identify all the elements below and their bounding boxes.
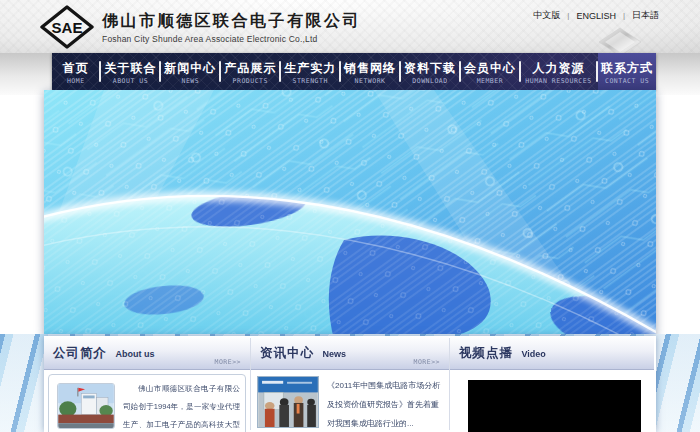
language-switcher: 中文版 | ENGLISH | 日本語 bbox=[526, 9, 666, 22]
circuit-globe-banner-image bbox=[44, 90, 656, 334]
about-more-link[interactable]: MORE>> bbox=[215, 358, 241, 366]
about-section-header: 公司简介 About us MORE>> bbox=[44, 336, 250, 370]
about-text: 佛山市顺德区联合电子有限公司始创于1994年，是一家专业代理生产、加工电子产品的… bbox=[123, 380, 240, 432]
news-title-zh: 资讯中心 bbox=[260, 346, 314, 360]
nav-news[interactable]: 新闻中心 NEWS bbox=[161, 53, 219, 90]
company-building-photo bbox=[57, 383, 115, 429]
hero-banner bbox=[44, 90, 656, 334]
lang-japanese-link[interactable]: 日本語 bbox=[625, 9, 666, 22]
nav-network[interactable]: 销售网络 NETWORK bbox=[341, 53, 399, 90]
video-section: 视频点播 Video bbox=[450, 336, 654, 432]
lang-english-link[interactable]: ENGLISH bbox=[569, 11, 623, 21]
logo-block[interactable]: SAE 佛山市顺德区联合电子有限公司 Foshan City Shunde Ar… bbox=[40, 5, 361, 49]
nav-download[interactable]: 资料下载 DOWNLOAD bbox=[401, 53, 459, 90]
about-content-box: 佛山市顺德区联合电子有限公司始创于1994年，是一家专业代理生产、加工电子产品的… bbox=[48, 374, 246, 432]
news-more-link[interactable]: MORE>> bbox=[414, 358, 440, 366]
nav-products[interactable]: 产品展示 PRODUCTS bbox=[221, 53, 279, 90]
news-headline-link[interactable]: 《2011年中国集成电路市场分析及投资价值研究报告》首先着重对我国集成电路行业的… bbox=[327, 376, 445, 432]
news-title-en: News bbox=[322, 349, 346, 359]
main-nav: 首页 HOME 关于联合 ABOUT US 新闻中心 NEWS 产品展示 PRO… bbox=[52, 53, 656, 90]
about-title-en: About us bbox=[115, 349, 154, 359]
nav-home[interactable]: 首页 HOME bbox=[52, 53, 99, 90]
video-title-en: Video bbox=[521, 349, 545, 359]
company-name-zh: 佛山市顺德区联合电子有限公司 bbox=[102, 11, 361, 32]
nav-contact[interactable]: 联系方式 CONTACT US bbox=[598, 53, 656, 90]
site-header: SAE 佛山市顺德区联合电子有限公司 Foshan City Shunde Ar… bbox=[0, 0, 700, 53]
exhibition-photo[interactable] bbox=[257, 376, 319, 428]
logo-text: SAE bbox=[52, 19, 83, 36]
news-section-header: 资讯中心 News MORE>> bbox=[251, 336, 449, 370]
nav-member[interactable]: 会员中心 MEMBER bbox=[461, 53, 519, 90]
page: SAE 佛山市顺德区联合电子有限公司 Foshan City Shunde Ar… bbox=[0, 0, 700, 432]
video-player[interactable] bbox=[468, 380, 641, 432]
about-title-zh: 公司简介 bbox=[53, 346, 107, 360]
bottom-content-panel: 公司简介 About us MORE>> bbox=[44, 336, 656, 432]
video-title-zh: 视频点播 bbox=[459, 346, 513, 360]
news-section: 资讯中心 News MORE>> bbox=[251, 336, 449, 432]
sae-diamond-logo-icon: SAE bbox=[40, 5, 94, 49]
lang-chinese-link[interactable]: 中文版 bbox=[526, 9, 567, 22]
about-section: 公司简介 About us MORE>> bbox=[44, 336, 250, 432]
nav-about[interactable]: 关于联合 ABOUT US bbox=[101, 53, 159, 90]
video-section-header: 视频点播 Video bbox=[450, 336, 654, 370]
nav-human-resources[interactable]: 人力资源 HUMAN RESOURCES bbox=[521, 53, 596, 90]
company-name-en: Foshan City Shunde Area Associate Electr… bbox=[102, 34, 361, 44]
nav-strength[interactable]: 生产实力 STRENGTH bbox=[281, 53, 339, 90]
